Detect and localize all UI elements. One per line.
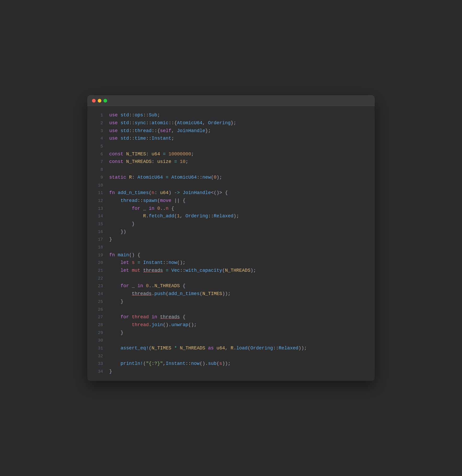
titlebar (87, 95, 375, 106)
code-line: 4 use std::time::Instant; (87, 135, 375, 143)
code-line: 11 fn add_n_times(n: u64) -> JoinHandle<… (87, 189, 375, 197)
code-line: 19 fn main() { (87, 251, 375, 259)
code-line: 28 thread.join().unwrap(); (87, 321, 375, 329)
code-line: 14 R.fetch_add(1, Ordering::Relaxed); (87, 212, 375, 220)
code-line: 25 } (87, 298, 375, 306)
code-editor: 1 use std::ops::Sub; 2 use std::sync::at… (87, 106, 375, 381)
code-line: 32 (87, 352, 375, 360)
code-line: 24 threads.push(add_n_times(N_TIMES)); (87, 290, 375, 298)
code-line: 3 use std::thread::{self, JoinHandle}; (87, 127, 375, 135)
code-line: 22 (87, 275, 375, 282)
code-line: 23 for _ in 0..N_THREADS { (87, 282, 375, 290)
close-button[interactable] (92, 99, 96, 103)
code-line: 17 } (87, 236, 375, 243)
code-line: 13 for _ in 0..n { (87, 205, 375, 213)
code-line: 7 const N_THREADS: usize = 10; (87, 158, 375, 166)
code-line: 1 use std::ops::Sub; (87, 111, 375, 119)
code-line: 12 thread::spawn(move || { (87, 197, 375, 205)
code-line: 30 (87, 337, 375, 344)
code-window: 1 use std::ops::Sub; 2 use std::sync::at… (87, 95, 375, 381)
code-line: 10 (87, 182, 375, 189)
code-line: 26 (87, 306, 375, 314)
code-line: 18 (87, 243, 375, 251)
code-line: 21 let mut threads = Vec::with_capacity(… (87, 267, 375, 275)
code-line: 2 use std::sync::atomic::{AtomicU64, Ord… (87, 119, 375, 127)
code-line: 27 for thread in threads { (87, 313, 375, 321)
code-line: 29 } (87, 329, 375, 337)
minimize-button[interactable] (98, 99, 101, 103)
code-line: 9 static R: AtomicU64 = AtomicU64::new(0… (87, 174, 375, 182)
code-line: 31 assert_eq!(N_TIMES * N_THREADS as u64… (87, 344, 375, 352)
code-line: 34 } (87, 368, 375, 376)
code-line: 16 }) (87, 228, 375, 236)
code-line: 20 let s = Instant::now(); (87, 259, 375, 267)
code-line: 15 } (87, 220, 375, 228)
code-line: 8 (87, 166, 375, 174)
maximize-button[interactable] (103, 99, 107, 103)
code-line: 6 const N_TIMES: u64 = 10000000; (87, 150, 375, 158)
code-line: 5 (87, 143, 375, 150)
code-line: 33 println!("{:?}",Instant::now().sub(s)… (87, 360, 375, 368)
